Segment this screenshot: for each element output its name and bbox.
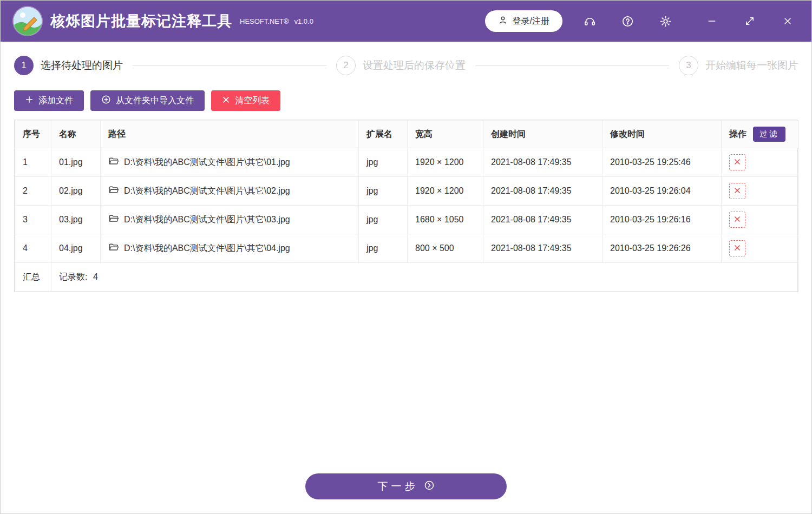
file-table: 序号 名称 路径 扩展名 宽高 创建时间 修改时间 操作 过滤	[14, 120, 798, 292]
titlebar: 核烁图片批量标记注释工具 HESOFT.NET® v1.0.0 登录/注册	[1, 1, 811, 42]
cell-actions	[722, 206, 799, 234]
app-title: 核烁图片批量标记注释工具	[50, 11, 232, 31]
delete-x-icon	[734, 187, 741, 196]
clear-list-button[interactable]: 清空列表	[211, 90, 280, 111]
step-1-number: 1	[14, 56, 34, 75]
records-count: 4	[93, 272, 98, 281]
headset-icon	[584, 15, 596, 28]
table-row: 1 01.jpg D:\资料\我的ABC测试文件\图片\其它\01.jpg	[15, 148, 799, 177]
maximize-icon	[744, 16, 755, 27]
cell-path: D:\资料\我的ABC测试文件\图片\其它\02.jpg	[101, 177, 359, 206]
step-2: 2 设置处理后的保存位置	[336, 56, 466, 75]
support-button[interactable]	[579, 10, 600, 32]
summary-value: 记录数: 4	[51, 263, 799, 292]
summary-row: 汇总 记录数: 4	[15, 263, 799, 292]
header-index: 序号	[15, 121, 51, 148]
close-button[interactable]	[777, 10, 798, 32]
cell-ext: jpg	[359, 206, 408, 234]
gear-icon	[659, 15, 672, 28]
header-actions-label: 操作	[729, 129, 746, 140]
cell-size: 800 × 500	[408, 234, 483, 263]
cell-actions	[722, 148, 799, 177]
settings-button[interactable]	[654, 10, 676, 32]
add-files-label: 添加文件	[38, 95, 73, 107]
step-3-label: 开始编辑每一张图片	[705, 58, 798, 73]
delete-row-button[interactable]	[729, 240, 745, 256]
header-name: 名称	[51, 121, 101, 148]
user-icon	[498, 15, 508, 27]
header-actions: 操作 过滤	[722, 121, 799, 148]
add-files-button[interactable]: 添加文件	[14, 90, 84, 111]
folder-open-icon	[108, 242, 119, 255]
step-connector	[133, 65, 326, 66]
next-step-label: 下一步	[378, 479, 418, 493]
minimize-button[interactable]	[701, 10, 723, 32]
cell-size: 1920 × 1200	[408, 177, 483, 206]
x-icon	[222, 96, 230, 106]
minimize-icon	[706, 16, 717, 27]
header-path: 路径	[101, 121, 359, 148]
cell-path: D:\资料\我的ABC测试文件\图片\其它\01.jpg	[101, 148, 359, 177]
table-row: 4 04.jpg D:\资料\我的ABC测试文件\图片\其它\04.jpg	[15, 234, 799, 263]
cell-size: 1920 × 1200	[408, 148, 483, 177]
cell-modified: 2010-03-25 19:26:16	[603, 206, 722, 234]
cell-path: D:\资料\我的ABC测试文件\图片\其它\04.jpg	[101, 234, 359, 263]
cell-created: 2021-08-08 17:49:35	[483, 148, 603, 177]
folder-open-icon	[108, 156, 119, 169]
step-indicator: 1 选择待处理的图片 2 设置处理后的保存位置 3 开始编辑每一张图片	[1, 46, 811, 85]
app-window: 核烁图片批量标记注释工具 HESOFT.NET® v1.0.0 登录/注册	[0, 0, 812, 514]
import-folder-button[interactable]: 从文件夹中导入文件	[90, 90, 205, 111]
login-register-button[interactable]: 登录/注册	[485, 10, 562, 32]
question-icon	[621, 15, 634, 28]
header-modified: 修改时间	[603, 121, 722, 148]
cell-name: 03.jpg	[51, 206, 101, 234]
cell-modified: 2010-03-25 19:25:46	[603, 148, 722, 177]
delete-row-button[interactable]	[729, 154, 745, 170]
cell-name: 01.jpg	[51, 148, 101, 177]
cell-ext: jpg	[359, 148, 408, 177]
plus-icon	[25, 95, 34, 106]
version-text: v1.0.0	[294, 17, 313, 25]
folder-open-icon	[108, 213, 119, 226]
header-size: 宽高	[408, 121, 483, 148]
cell-ext: jpg	[359, 177, 408, 206]
step-3-number: 3	[679, 56, 698, 75]
cell-modified: 2010-03-25 19:26:04	[603, 177, 722, 206]
help-button[interactable]	[617, 10, 638, 32]
path-text: D:\资料\我的ABC测试文件\图片\其它\03.jpg	[124, 214, 290, 226]
file-toolbar: 添加文件 从文件夹中导入文件 清空列表	[1, 85, 811, 120]
cell-name: 04.jpg	[51, 234, 101, 263]
circle-plus-icon	[101, 95, 111, 107]
delete-x-icon	[734, 158, 741, 167]
arrow-circle-icon	[424, 480, 435, 493]
brand-text: HESOFT.NET®	[240, 17, 289, 25]
delete-row-button[interactable]	[729, 183, 745, 199]
cell-size: 1680 × 1050	[408, 206, 483, 234]
step-3: 3 开始编辑每一张图片	[679, 56, 798, 75]
app-subtitle: HESOFT.NET® v1.0.0	[240, 17, 313, 25]
path-text: D:\资料\我的ABC测试文件\图片\其它\02.jpg	[124, 186, 290, 197]
close-icon	[782, 16, 793, 27]
step-2-number: 2	[336, 56, 356, 75]
clear-list-label: 清空列表	[235, 95, 270, 107]
cell-name: 02.jpg	[51, 177, 101, 206]
cell-index: 4	[15, 234, 51, 263]
table-header-row: 序号 名称 路径 扩展名 宽高 创建时间 修改时间 操作 过滤	[15, 121, 799, 148]
step-1: 1 选择待处理的图片	[14, 56, 123, 75]
window-controls	[685, 10, 798, 32]
step-2-label: 设置处理后的保存位置	[363, 58, 466, 73]
step-1-label: 选择待处理的图片	[41, 58, 123, 73]
delete-row-button[interactable]	[729, 212, 745, 228]
next-step-button[interactable]: 下一步	[305, 473, 507, 499]
cell-index: 3	[15, 206, 51, 234]
delete-x-icon	[734, 244, 741, 253]
filter-button[interactable]: 过滤	[753, 127, 785, 142]
app-logo-icon	[14, 7, 42, 35]
table-row: 2 02.jpg D:\资料\我的ABC测试文件\图片\其它\02.jpg	[15, 177, 799, 206]
records-label: 记录数:	[59, 272, 87, 281]
header-created: 创建时间	[483, 121, 603, 148]
cell-created: 2021-08-08 17:49:35	[483, 177, 603, 206]
cell-modified: 2010-03-25 19:26:26	[603, 234, 722, 263]
maximize-button[interactable]	[739, 10, 761, 32]
cell-actions	[722, 177, 799, 206]
